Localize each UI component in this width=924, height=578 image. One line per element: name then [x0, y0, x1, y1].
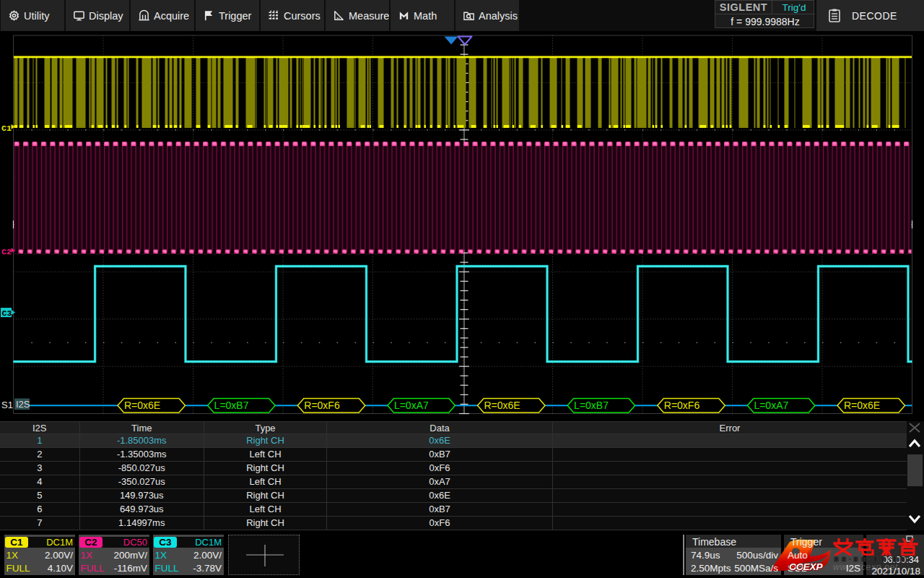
svg-text:R=0xF6: R=0xF6: [664, 400, 700, 411]
svg-text:L=0xA7: L=0xA7: [394, 400, 429, 411]
svg-text:L=0xA7: L=0xA7: [754, 400, 788, 411]
svg-text:C1: C1: [1, 124, 12, 133]
svg-text:L=0xB7: L=0xB7: [574, 400, 609, 411]
svg-text:C3: C3: [2, 309, 12, 318]
svg-text:R=0x6E: R=0x6E: [484, 400, 520, 411]
svg-text:S1: S1: [1, 400, 13, 410]
svg-text:R=0x6E: R=0x6E: [844, 400, 880, 411]
svg-text:R=0xF6: R=0xF6: [304, 400, 340, 411]
svg-text:I2S: I2S: [16, 399, 30, 410]
svg-text:R=0x6E: R=0x6E: [124, 400, 160, 411]
svg-text:L=0xB7: L=0xB7: [214, 400, 249, 411]
svg-text:C2: C2: [1, 247, 12, 256]
